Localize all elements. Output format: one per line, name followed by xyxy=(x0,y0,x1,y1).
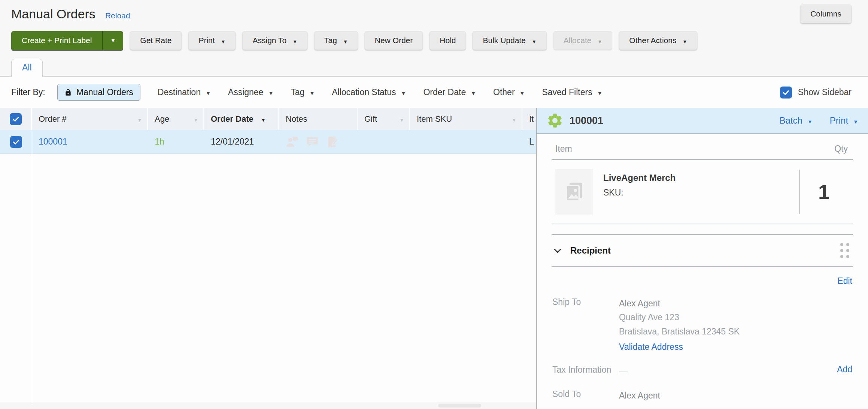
lock-icon xyxy=(64,88,72,97)
caret-down-icon xyxy=(401,88,406,97)
reload-link[interactable]: Reload xyxy=(105,11,130,20)
photo-icon xyxy=(563,181,585,203)
content: Order # Age Order Date Notes Gift Item S… xyxy=(0,108,868,409)
tax-information-row: Tax Information — Add xyxy=(552,359,853,384)
item-name: LiveAgent Merch xyxy=(603,173,799,183)
create-print-label-button[interactable]: Create + Print Label xyxy=(11,31,123,50)
order-number-cell: 100001 xyxy=(32,130,148,154)
sort-arrow-icon xyxy=(400,115,404,123)
create-print-label-label[interactable]: Create + Print Label xyxy=(11,31,102,50)
internal-note-icon[interactable] xyxy=(306,136,319,148)
caret-down-icon xyxy=(268,88,273,97)
tag-button[interactable]: Tag xyxy=(314,31,358,50)
filter-saved-filters[interactable]: Saved Filters xyxy=(542,87,602,97)
sidebar-body: Item Qty LiveAgent Merch xyxy=(537,134,868,409)
tax-information-value: — xyxy=(619,364,628,378)
item-image-placeholder xyxy=(555,169,593,215)
filter-assignee[interactable]: Assignee xyxy=(228,87,273,97)
notes-cell xyxy=(279,130,358,154)
get-rate-button[interactable]: Get Rate xyxy=(130,31,182,50)
note-to-buyer-icon[interactable] xyxy=(326,136,339,148)
batch-dropdown[interactable]: Batch xyxy=(780,115,813,126)
create-print-label-dropdown[interactable] xyxy=(102,31,123,50)
caret-down-icon xyxy=(520,88,525,97)
column-header-item-name[interactable]: It xyxy=(522,108,536,130)
column-header-order-date[interactable]: Order Date xyxy=(204,108,279,130)
item-name-cell: L xyxy=(522,130,536,154)
filter-allocation-status[interactable]: Allocation Status xyxy=(332,87,406,97)
assign-note-icon[interactable] xyxy=(286,136,298,148)
print-button[interactable]: Print xyxy=(188,31,236,50)
column-header-order-number[interactable]: Order # xyxy=(32,108,148,130)
sku-label: SKU: xyxy=(603,188,623,198)
locked-filter-manual-orders[interactable]: Manual Orders xyxy=(57,84,140,101)
caret-down-icon xyxy=(807,116,813,125)
print-dropdown[interactable]: Print xyxy=(830,115,858,126)
check-icon xyxy=(782,89,790,96)
select-all-cell xyxy=(0,108,32,130)
sold-to-label: Sold To xyxy=(552,389,619,400)
sort-arrow-icon xyxy=(194,115,198,123)
ship-to-city: Bratislava, Bratislava 12345 SK xyxy=(619,325,740,339)
sold-to-row: Sold To Alex Agent xyxy=(552,384,853,408)
ship-to-row: Ship To Alex Agent Quality Ave 123 Brati… xyxy=(552,291,853,359)
filter-other[interactable]: Other xyxy=(493,87,525,97)
row-checkbox[interactable] xyxy=(10,136,22,148)
hold-button[interactable]: Hold xyxy=(430,31,466,50)
column-header-item-sku[interactable]: Item SKU xyxy=(410,108,522,130)
chevron-down-icon[interactable] xyxy=(552,245,563,256)
ship-to-label: Ship To xyxy=(552,297,619,307)
check-icon xyxy=(12,115,19,123)
caret-down-icon xyxy=(292,37,297,45)
column-header-notes[interactable]: Notes xyxy=(279,108,358,130)
page-title: Manual Orders xyxy=(11,7,95,21)
filter-destination[interactable]: Destination xyxy=(158,87,211,97)
table-row[interactable]: 100001 1h 12/01/2021 L xyxy=(0,130,536,154)
horizontal-scrollbar[interactable] xyxy=(0,402,536,409)
sort-arrow-icon xyxy=(512,115,516,123)
table-empty-area xyxy=(0,154,536,402)
select-all-checkbox[interactable] xyxy=(10,113,22,125)
recipient-section-header: Recipient xyxy=(552,235,853,266)
age-cell: 1h xyxy=(148,130,204,154)
scrollbar-thumb[interactable] xyxy=(438,404,481,408)
new-order-button[interactable]: New Order xyxy=(365,31,423,50)
caret-down-icon xyxy=(221,37,226,45)
caret-down-icon xyxy=(309,88,315,97)
edit-recipient-link[interactable]: Edit xyxy=(837,276,852,286)
allocate-button: Allocate xyxy=(553,31,613,50)
validate-address-link[interactable]: Validate Address xyxy=(619,342,683,352)
filter-tag[interactable]: Tag xyxy=(291,87,315,97)
add-tax-information-link[interactable]: Add xyxy=(837,364,852,374)
sort-arrow-icon xyxy=(137,115,142,123)
tab-all[interactable]: All xyxy=(11,59,43,77)
table-header-row: Order # Age Order Date Notes Gift Item S… xyxy=(0,108,536,130)
row-select-cell xyxy=(0,130,32,154)
frozen-column-divider xyxy=(32,108,32,402)
item-qty: 1 xyxy=(800,180,848,203)
sold-to-name: Alex Agent xyxy=(619,391,660,400)
order-number-link[interactable]: 100001 xyxy=(39,137,67,147)
other-actions-button[interactable]: Other Actions xyxy=(619,31,697,50)
tax-information-label: Tax Information xyxy=(552,364,619,375)
drag-handle-icon[interactable] xyxy=(840,243,849,258)
assign-to-button[interactable]: Assign To xyxy=(242,31,307,50)
bulk-update-button[interactable]: Bulk Update xyxy=(473,31,546,50)
caret-down-icon xyxy=(597,37,602,45)
tab-bar: All xyxy=(0,59,868,77)
filter-bar: Filter By: Manual Orders Destination Ass… xyxy=(0,77,868,108)
recipient-section-title: Recipient xyxy=(570,245,611,256)
order-detail-sidebar: 100001 Batch Print Item Qty xyxy=(536,108,868,409)
sort-arrow-icon xyxy=(261,115,266,123)
order-item: LiveAgent Merch SKU: 1 xyxy=(552,160,853,224)
column-header-gift[interactable]: Gift xyxy=(358,108,410,130)
column-header-age[interactable]: Age xyxy=(148,108,204,130)
sidebar-header: 100001 Batch Print xyxy=(537,108,868,134)
columns-button[interactable]: Columns xyxy=(800,4,852,23)
show-sidebar-toggle[interactable]: Show Sidebar xyxy=(780,87,852,99)
filter-order-date[interactable]: Order Date xyxy=(423,87,476,97)
gear-icon xyxy=(546,112,564,129)
caret-down-icon xyxy=(471,88,476,97)
item-sku-cell xyxy=(410,130,522,154)
show-sidebar-checkbox[interactable] xyxy=(780,87,792,99)
